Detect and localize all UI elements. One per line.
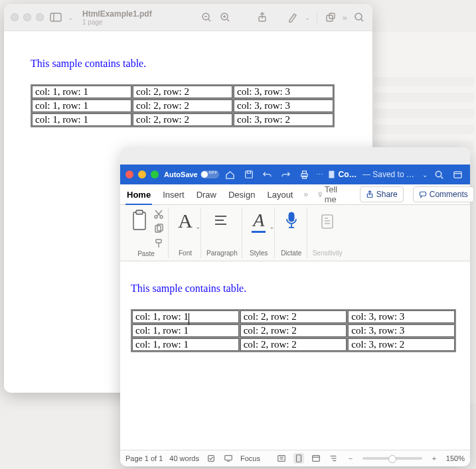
autosave-toggle[interactable]: AutoSave <box>164 170 219 178</box>
word-ribbon: Paste A⌄ Font Paragraph A⌄ Styles Dict <box>120 205 470 261</box>
dictate-icon[interactable] <box>280 209 303 233</box>
tell-me-button[interactable]: Tell me <box>317 184 341 204</box>
svg-rect-15 <box>247 171 250 174</box>
more-icon[interactable]: » <box>343 13 347 23</box>
svg-rect-42 <box>225 456 232 460</box>
format-painter-icon[interactable] <box>153 238 164 249</box>
svg-point-24 <box>319 192 321 195</box>
traffic-lights[interactable] <box>11 13 44 21</box>
svg-rect-47 <box>296 455 301 462</box>
word-window: AutoSave ⋯ Con… — Saved to my… <box>120 147 470 466</box>
doc-heading[interactable]: This sample contains table. <box>131 283 459 295</box>
table-row: col: 1, row: 1 col: 2, row: 2 col: 3, ro… <box>32 86 333 98</box>
svg-rect-14 <box>246 171 253 178</box>
paragraph-icon[interactable] <box>210 209 233 233</box>
svg-rect-17 <box>303 170 307 173</box>
svg-rect-48 <box>313 456 320 462</box>
zoom-in-icon[interactable] <box>218 11 232 24</box>
svg-rect-27 <box>133 212 145 230</box>
tab-design[interactable]: Design <box>227 186 256 204</box>
pdf-table: col: 1, row: 1 col: 2, row: 2 col: 3, ro… <box>31 84 335 127</box>
svg-rect-19 <box>329 170 334 178</box>
display-settings-icon[interactable] <box>223 453 234 464</box>
share-icon[interactable] <box>256 11 269 24</box>
ribbon-group-styles: A⌄ Styles <box>244 208 275 258</box>
zoom-slider[interactable] <box>362 457 422 460</box>
preview-page-count: 1 page <box>82 19 195 26</box>
spelling-icon[interactable] <box>206 453 216 464</box>
outline-view-icon[interactable] <box>328 453 339 464</box>
font-icon[interactable]: A⌄ <box>174 209 197 233</box>
rotate-icon[interactable] <box>324 11 337 24</box>
ribbon-group-dictate: Dictate <box>276 208 307 258</box>
ellipsis-icon[interactable]: ⋯ <box>316 170 323 179</box>
preview-toolbar: ⌄ HtmlExample1.pdf 1 page ⌄ <box>4 4 372 31</box>
word-tabs-row: Home Insert Draw Design Layout » Tell me… <box>120 184 470 205</box>
search-icon[interactable] <box>353 11 366 24</box>
tab-draw[interactable]: Draw <box>195 186 218 204</box>
copy-icon[interactable] <box>153 224 164 234</box>
chevron-down-icon[interactable]: ⌄ <box>422 171 428 178</box>
chevron-down-icon[interactable]: ⌄ <box>68 14 73 21</box>
tab-layout[interactable]: Layout <box>266 186 294 204</box>
tab-home[interactable]: Home <box>125 186 152 204</box>
markup-icon[interactable] <box>286 11 299 24</box>
print-layout-icon[interactable] <box>293 453 304 464</box>
status-page[interactable]: Page 1 of 1 <box>125 454 163 462</box>
read-mode-icon[interactable] <box>276 453 287 464</box>
zoom-out-icon[interactable] <box>200 11 213 24</box>
traffic-lights[interactable] <box>125 170 159 178</box>
more-tabs-icon[interactable]: » <box>304 190 309 199</box>
paste-icon[interactable] <box>128 209 151 233</box>
zoom-in-icon[interactable]: + <box>429 453 439 464</box>
share-button[interactable]: Share <box>360 186 404 202</box>
status-focus[interactable]: Focus <box>240 454 260 462</box>
preview-file-name: HtmlExample1.pdf <box>82 9 195 19</box>
zoom-out-icon[interactable]: − <box>345 453 356 464</box>
styles-icon[interactable]: A⌄ <box>248 209 270 233</box>
table-row: col: 1, row: 1 col: 2, row: 2 col: 3, ro… <box>132 310 455 323</box>
doc-table[interactable]: col: 1, row: 1 col: 2, row: 2 col: 3, ro… <box>131 309 456 352</box>
word-canvas[interactable]: This sample contains table. col: 1, row:… <box>120 261 470 457</box>
svg-rect-37 <box>289 212 294 222</box>
svg-rect-11 <box>329 13 335 19</box>
word-file-title[interactable]: Con… — Saved to my… ⌄ <box>327 170 428 179</box>
word-status-bar: Page 1 of 1 40 words Focus − <box>120 450 470 466</box>
home-icon[interactable] <box>223 167 238 182</box>
search-icon[interactable] <box>432 167 446 182</box>
svg-rect-40 <box>322 215 333 228</box>
svg-line-6 <box>227 19 229 21</box>
svg-point-20 <box>436 171 441 176</box>
table-row: col: 1, row: 1 col: 2, row: 2 col: 3, ro… <box>132 338 455 351</box>
svg-point-29 <box>155 216 157 218</box>
web-layout-icon[interactable] <box>311 453 321 464</box>
print-icon[interactable] <box>297 167 312 182</box>
ribbon-group-paragraph: Paragraph <box>202 208 242 258</box>
redo-icon[interactable] <box>279 167 293 182</box>
svg-rect-26 <box>420 192 426 196</box>
undo-icon[interactable] <box>260 167 275 182</box>
ribbon-toggle-icon[interactable] <box>450 167 465 182</box>
svg-rect-22 <box>453 171 461 177</box>
word-titlebar: AutoSave ⋯ Con… — Saved to my… <box>120 165 470 184</box>
comments-button[interactable]: Comments <box>413 186 474 202</box>
sidebar-toggle-icon[interactable] <box>49 11 62 24</box>
svg-line-21 <box>441 176 443 178</box>
status-zoom[interactable]: 150% <box>446 454 465 462</box>
ribbon-group-sensitivity: Sensitivity <box>309 208 347 258</box>
svg-rect-28 <box>136 210 143 214</box>
status-words[interactable]: 40 words <box>169 454 199 462</box>
tab-insert[interactable]: Insert <box>161 186 186 204</box>
svg-rect-41 <box>208 456 214 462</box>
svg-rect-44 <box>278 456 285 462</box>
save-icon[interactable] <box>242 167 256 182</box>
pdf-heading: This sample contains table. <box>31 58 346 70</box>
table-row: col: 1, row: 1 col: 2, row: 2 col: 3, ro… <box>32 100 333 112</box>
svg-point-30 <box>160 216 163 218</box>
chevron-down-icon[interactable]: ⌄ <box>305 14 310 21</box>
svg-rect-33 <box>156 239 161 243</box>
text-cursor <box>189 313 189 325</box>
table-row: col: 1, row: 1 col: 2, row: 2 col: 3, ro… <box>32 113 333 126</box>
cut-icon[interactable] <box>153 209 164 220</box>
word-doc-icon <box>327 170 336 179</box>
